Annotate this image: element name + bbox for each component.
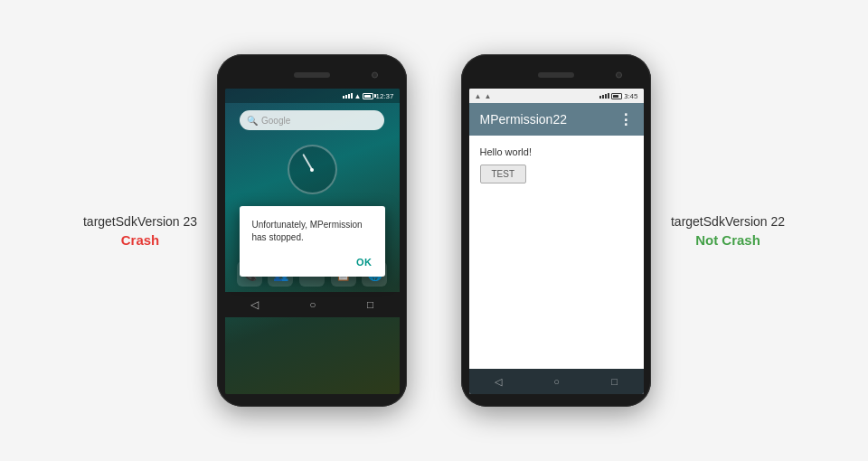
- left-nav-recent[interactable]: □: [367, 298, 373, 311]
- right-nav-recent[interactable]: □: [611, 376, 618, 387]
- right-status-right: 3:45: [599, 92, 638, 100]
- right-section: ▲ ▲ 3:45 MPerm: [461, 54, 787, 407]
- crash-dialog-text: Unfortunately, MPermission has stopped.: [252, 219, 373, 244]
- left-label: targetSdkVersion 23 Crash: [81, 214, 199, 248]
- right-nav-back[interactable]: ◁: [495, 376, 502, 388]
- crash-dialog: Unfortunately, MPermission has stopped. …: [240, 206, 385, 277]
- signal-bars: [343, 93, 353, 99]
- right-camera: [616, 72, 622, 79]
- right-phone-top: [468, 67, 644, 83]
- right-nav-bar: ◁ ○ □: [469, 369, 644, 394]
- right-status-left: ▲ ▲: [475, 92, 492, 100]
- search-icon: 🔍: [247, 116, 258, 126]
- wifi-icon: ▲: [354, 92, 362, 100]
- right-nav-home[interactable]: ○: [553, 376, 560, 387]
- clock-hand: [302, 154, 312, 170]
- left-speaker: [294, 72, 330, 78]
- left-phone-top: [224, 67, 400, 83]
- left-section: targetSdkVersion 23 Crash ▲: [81, 54, 407, 407]
- left-status-bar: ▲ 12:37: [225, 89, 400, 103]
- search-bar: 🔍 Google: [240, 110, 384, 130]
- clock-widget: [225, 145, 400, 194]
- left-camera: [372, 72, 378, 79]
- left-phone: ▲ 12:37 🔍 Google: [217, 54, 407, 407]
- right-status-bar: ▲ ▲ 3:45: [469, 89, 644, 103]
- left-nav-back[interactable]: ◁: [250, 298, 259, 311]
- clock-circle: [288, 145, 337, 194]
- right-signal-bars: [599, 93, 609, 99]
- left-nav-home[interactable]: ○: [309, 298, 316, 311]
- battery-icon: [363, 93, 373, 99]
- left-status: Crash: [81, 232, 199, 248]
- left-screen: ▲ 12:37 🔍 Google: [225, 89, 400, 394]
- right-time: 3:45: [624, 92, 638, 100]
- warning-icon: ▲: [475, 92, 482, 100]
- app-toolbar: MPermission22 ⋮: [469, 103, 644, 136]
- right-battery: [611, 93, 622, 99]
- search-placeholder: Google: [261, 116, 290, 126]
- right-sdk-text: targetSdkVersion 22: [669, 214, 787, 229]
- left-status-icons: ▲ 12:37: [343, 92, 394, 100]
- left-sdk-text: targetSdkVersion 23: [81, 214, 199, 229]
- crash-dialog-btn[interactable]: OK: [252, 253, 373, 269]
- app-content: Hello world! TEST: [469, 136, 644, 369]
- right-label: targetSdkVersion 22 Not Crash: [669, 214, 787, 248]
- right-status: Not Crash: [669, 232, 787, 248]
- right-screen: ▲ ▲ 3:45 MPerm: [469, 89, 644, 394]
- test-button[interactable]: TEST: [480, 165, 527, 183]
- right-phone: ▲ ▲ 3:45 MPerm: [461, 54, 651, 407]
- left-nav-bar: ◁ ○ □: [225, 292, 400, 317]
- left-time: 12:37: [375, 92, 393, 100]
- app-toolbar-title: MPermission22: [480, 112, 567, 127]
- hello-text: Hello world!: [480, 146, 633, 157]
- right-speaker: [538, 72, 574, 78]
- overflow-menu-icon[interactable]: ⋮: [618, 111, 633, 128]
- location-icon: ▲: [484, 92, 491, 100]
